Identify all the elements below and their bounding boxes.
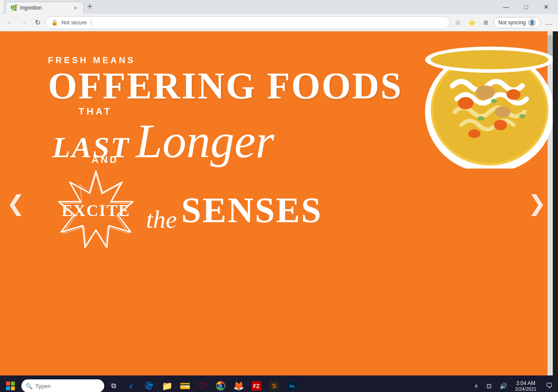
close-button[interactable]: ✕ <box>536 2 556 12</box>
chrome-taskbar-icon[interactable] <box>212 377 229 392</box>
tab-bar: 🌿 Ingredion ✕ + — □ ✕ <box>3 0 558 14</box>
svg-point-10 <box>491 99 497 103</box>
lock-icon: 🔒 <box>51 19 58 26</box>
svg-point-13 <box>431 50 548 69</box>
address-input-area[interactable]: 🔒 Not secure | <box>45 16 450 29</box>
svg-text:Ps: Ps <box>289 384 294 389</box>
system-tray: ∧ ⊡ 🔊 <box>470 377 510 392</box>
svg-point-9 <box>477 116 484 121</box>
profile-avatar-icon: 👤 <box>528 19 536 27</box>
hero-text-container: FRESH MEANS OFFERING FOODS THAT LAST Lon… <box>48 55 466 252</box>
svg-point-5 <box>494 120 507 130</box>
svg-point-4 <box>507 89 521 100</box>
tray-volume-icon[interactable]: 🔊 <box>496 377 510 392</box>
starburst-container: EXCITE <box>50 169 142 252</box>
star-tooltip-button[interactable]: ☆ <box>452 17 464 29</box>
antivirus-taskbar-icon[interactable]: 🛡 <box>194 377 211 392</box>
not-syncing-button[interactable]: Not syncing 👤 <box>493 17 541 28</box>
svg-point-3 <box>458 97 473 109</box>
tab-close-button[interactable]: ✕ <box>72 4 79 11</box>
filezilla-taskbar-icon[interactable]: FZ <box>248 377 265 392</box>
menu-button[interactable]: … <box>542 17 555 29</box>
taskbar-search[interactable]: 🔍 Typen <box>21 379 104 392</box>
soup-bowl-image <box>418 31 553 169</box>
task-view-button[interactable]: ⧉ <box>105 377 122 392</box>
longer-text: Longer <box>136 117 274 165</box>
firefox-taskbar-icon[interactable]: 🦊 <box>230 377 247 392</box>
ie-taskbar-icon[interactable]: e <box>122 377 140 392</box>
tab-favicon: 🌿 <box>10 4 17 11</box>
taskbar: 🔍 Typen ⧉ e 📁 💳 🛡 🦊 FZ <box>0 375 558 392</box>
svg-point-21 <box>219 384 222 388</box>
offering-foods-text: OFFERING FOODS <box>48 69 466 103</box>
svg-point-11 <box>519 114 525 118</box>
clock-time: 3:04 AM <box>516 380 535 386</box>
back-button[interactable]: ← <box>3 17 16 29</box>
svg-text:S: S <box>272 382 276 389</box>
tab-title: Ingredion <box>20 5 42 11</box>
svg-point-7 <box>476 85 495 99</box>
not-syncing-label: Not syncing <box>498 20 526 26</box>
favorites-button[interactable]: ⭐ <box>466 17 478 29</box>
the-text: the <box>146 205 177 234</box>
minimize-button[interactable]: — <box>496 2 516 12</box>
prev-slide-button[interactable]: ❮ <box>7 193 25 214</box>
window-controls: — □ ✕ <box>496 2 556 12</box>
collections-button[interactable]: ⊞ <box>480 17 492 29</box>
not-secure-label: Not secure <box>61 20 87 26</box>
sublime-taskbar-icon[interactable]: S <box>265 377 283 392</box>
notification-button[interactable]: 🗨 <box>541 376 557 392</box>
taskbar-search-icon: 🔍 <box>26 383 33 389</box>
svg-rect-17 <box>11 382 15 385</box>
svg-rect-19 <box>11 386 15 390</box>
new-tab-button[interactable]: + <box>84 1 96 13</box>
start-button[interactable] <box>1 376 20 392</box>
fresh-means-label: FRESH MEANS <box>48 55 466 65</box>
taskbar-search-text: Typen <box>35 383 51 389</box>
webpage-content: FRESH MEANS OFFERING FOODS THAT LAST Lon… <box>0 31 553 375</box>
svg-text:FZ: FZ <box>253 383 260 389</box>
svg-rect-16 <box>6 382 10 385</box>
clock-display[interactable]: 3:04 AM 2/24/2021 <box>510 379 541 392</box>
explorer-taskbar-icon[interactable]: 📁 <box>158 377 176 392</box>
excite-senses-line: EXCITE the SENSES <box>50 169 466 252</box>
tray-up-arrow[interactable]: ∧ <box>470 377 482 392</box>
address-bar: ← → ↻ 🔒 Not secure | ☆ ⭐ ⊞ Not syncing 👤… <box>0 14 558 31</box>
address-separator: | <box>90 19 92 27</box>
clock-date: 2/24/2021 <box>515 386 537 392</box>
forward-button[interactable]: → <box>17 17 30 29</box>
maximize-button[interactable]: □ <box>516 2 536 12</box>
tray-network-icon[interactable]: ⊡ <box>482 377 496 392</box>
excite-label: EXCITE <box>61 201 130 220</box>
refresh-button[interactable]: ↻ <box>31 17 44 29</box>
svg-point-8 <box>495 106 510 118</box>
active-tab[interactable]: 🌿 Ingredion ✕ <box>5 2 84 14</box>
title-bar: 🌿 Ingredion ✕ + — □ ✕ <box>0 0 558 14</box>
next-slide-button[interactable]: ❯ <box>528 193 546 214</box>
svg-point-6 <box>468 129 480 138</box>
wallet-taskbar-icon[interactable]: 💳 <box>176 377 194 392</box>
edge-taskbar-icon[interactable] <box>140 377 158 392</box>
senses-text: SENSES <box>181 190 322 231</box>
photoshop-taskbar-icon[interactable]: Ps <box>283 377 301 392</box>
svg-rect-18 <box>6 386 10 390</box>
